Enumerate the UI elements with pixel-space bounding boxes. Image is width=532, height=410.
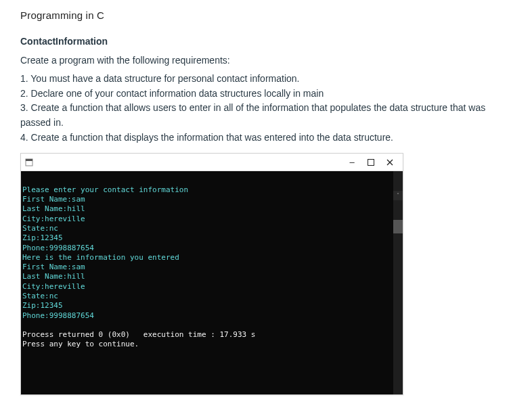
- terminal-output: Please enter your contact information Fi…: [21, 171, 403, 394]
- page-title: Programming in C: [20, 9, 512, 21]
- assignment-subtitle: ContactInformation: [20, 36, 512, 47]
- terminal-line: State:nc: [22, 224, 58, 233]
- maximize-button[interactable]: [366, 158, 376, 167]
- terminal-line: First Name:sam: [22, 195, 85, 204]
- terminal-line: Zip:12345: [22, 301, 63, 310]
- terminal-line: Last Name:hill: [22, 272, 85, 281]
- minimize-button[interactable]: –: [347, 158, 357, 167]
- terminal-line: City:hereville: [22, 214, 85, 223]
- requirement-item: 2. Declare one of your contact informati…: [20, 87, 512, 101]
- svg-rect-1: [26, 159, 32, 161]
- scroll-thumb[interactable]: [393, 220, 403, 233]
- console-window: – Please enter your contact information …: [20, 153, 403, 395]
- close-button[interactable]: [385, 158, 395, 167]
- requirement-item: 4. Create a function that displays the i…: [20, 131, 512, 145]
- terminal-line: City:hereville: [22, 282, 85, 291]
- close-icon: [386, 159, 393, 166]
- terminal-line: First Name:sam: [22, 263, 85, 271]
- intro-text: Create a program with the following requ…: [20, 53, 512, 68]
- svg-rect-2: [368, 159, 374, 165]
- window-titlebar: –: [21, 154, 403, 171]
- terminal-line: Here is the information you entered: [22, 253, 179, 262]
- requirement-item: 3. Create a function that allows users t…: [20, 101, 512, 130]
- requirements-list: 1. You must have a data structure for pe…: [20, 72, 512, 145]
- terminal-line: State:nc: [22, 292, 58, 300]
- terminal-line: Phone:9998887654: [22, 244, 94, 252]
- terminal-line: Zip:12345: [22, 233, 63, 242]
- scroll-up-arrow[interactable]: ˄: [393, 191, 403, 200]
- maximize-icon: [368, 159, 374, 166]
- requirement-item: 1. You must have a data structure for pe…: [20, 72, 512, 87]
- window-app-icon: [25, 158, 33, 166]
- terminal-line: Process returned 0 (0x0) execution time …: [22, 330, 255, 339]
- terminal-line: Phone:9998887654: [22, 311, 94, 320]
- terminal-line: Please enter your contact information: [22, 185, 188, 194]
- terminal-line: Last Name:hill: [22, 204, 85, 213]
- terminal-line: Press any key to continue.: [22, 340, 139, 348]
- vertical-scrollbar[interactable]: ˄: [393, 171, 403, 394]
